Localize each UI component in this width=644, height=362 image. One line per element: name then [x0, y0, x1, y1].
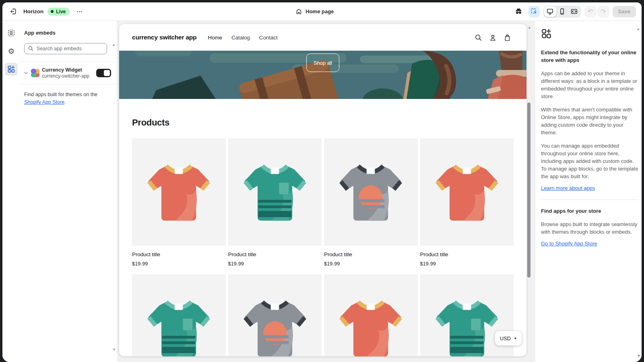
store-cart-button[interactable]	[504, 34, 511, 41]
window-scroll-down-icon[interactable]: ▼	[637, 354, 641, 358]
exit-editor-button[interactable]	[7, 6, 19, 17]
shopify-app-store-link[interactable]: Shopify App Store	[24, 99, 64, 105]
tshirt-teal-illustration	[240, 158, 310, 227]
app-blocks-icon	[541, 28, 635, 39]
page-selector-label: Home page	[305, 8, 334, 14]
undo-button[interactable]: ↶	[584, 6, 597, 17]
sidebar-icon-rail: ⚙	[2, 21, 20, 362]
panel-scroll-up-icon[interactable]: ▲	[112, 43, 116, 47]
product-title[interactable]: Product title	[420, 251, 514, 258]
product-image	[228, 274, 322, 356]
account-icon	[489, 34, 497, 41]
live-status-badge: Live	[47, 8, 70, 16]
product-image	[132, 274, 226, 356]
shop-all-button[interactable]: Shop all	[306, 53, 339, 72]
store-nav-catalog[interactable]: Catalog	[231, 35, 250, 41]
theme-settings-tab-button[interactable]: ⚙	[5, 45, 18, 58]
product-card[interactable]: Product title$19.99	[228, 274, 322, 356]
product-image	[132, 138, 226, 246]
embed-labels: Currency Widget currency-switcher-app	[42, 67, 94, 79]
find-apps-paragraph: Browse apps built to integrate seamlessl…	[541, 220, 638, 236]
sections-tab-button[interactable]	[5, 27, 18, 39]
store-account-button[interactable]	[489, 34, 497, 41]
mobile-icon	[558, 8, 566, 15]
live-dot-icon	[51, 10, 54, 13]
product-image	[228, 138, 322, 246]
chevron-down-icon[interactable]	[23, 70, 29, 76]
product-title[interactable]: Product title	[324, 251, 418, 258]
inspect-element-button[interactable]	[528, 6, 540, 17]
desktop-preview-button[interactable]	[544, 6, 556, 17]
store-search-button[interactable]	[475, 34, 482, 41]
product-title[interactable]: Product title	[132, 251, 226, 258]
topbar-right: ↶ ↷ Save	[513, 6, 642, 18]
embed-toggle[interactable]	[96, 69, 111, 77]
store-brand[interactable]: currency switcher app	[132, 34, 196, 41]
product-price: $19.99	[228, 261, 322, 267]
ellipsis-icon: •••	[77, 10, 83, 14]
store-nav-contact[interactable]: Contact	[259, 35, 278, 41]
panel-scroll-down-icon[interactable]: ▼	[112, 348, 116, 352]
right-info-panel: Extend the functionality of your online …	[535, 21, 642, 362]
product-card[interactable]: Product title$19.99	[132, 138, 226, 274]
app-embeds-tab-button[interactable]	[5, 63, 18, 76]
info-paragraph: Apps can be added to your theme in diffe…	[541, 70, 638, 100]
store-nav: Home Catalog Contact	[208, 35, 277, 41]
product-card[interactable]: Product title$19.99	[228, 138, 322, 274]
caret-down-icon: ▼	[514, 337, 517, 340]
learn-more-link[interactable]: Learn more about apps	[541, 185, 595, 191]
fullscreen-preview-button[interactable]	[568, 6, 580, 17]
find-apps-note: Find apps built for themes on the Shopif…	[20, 84, 117, 106]
tshirt-teal-illustration	[432, 294, 502, 357]
embed-app-handle: currency-switcher-app	[42, 73, 94, 79]
currency-code: USD	[500, 335, 511, 341]
currency-widget-app-icon	[31, 69, 39, 77]
go-to-app-store-link[interactable]: Go to Shopify App Store	[541, 241, 597, 247]
currency-selector[interactable]: USD ▼	[495, 331, 522, 346]
product-image	[420, 138, 514, 246]
tshirt-red-illustration	[144, 158, 213, 227]
app-embeds-icon	[7, 65, 15, 73]
product-meta: Product title$19.99	[420, 246, 514, 274]
product-title[interactable]: Product title	[228, 251, 322, 258]
tshirt-red-illustration	[336, 294, 405, 357]
divider	[541, 200, 638, 200]
product-price: $19.99	[420, 261, 514, 267]
tshirt-teal-illustration	[144, 294, 213, 357]
store-nav-home[interactable]: Home	[208, 35, 222, 41]
right-panel-scroll-up-icon[interactable]: ▲	[636, 27, 640, 31]
save-button[interactable]: Save	[613, 6, 636, 17]
find-apps-note-text: Find apps built for themes on the	[24, 92, 97, 97]
tshirt-gray-illustration	[336, 158, 405, 227]
product-grid: Product title$19.99 Product title$19.99 …	[132, 138, 514, 356]
product-price: $19.99	[132, 261, 226, 267]
fullscreen-icon	[570, 8, 578, 15]
gear-icon: ⚙	[8, 47, 14, 55]
product-card[interactable]: Product title$19.99	[420, 138, 514, 274]
product-card[interactable]: Product title$19.99	[324, 138, 418, 274]
mobile-preview-button[interactable]	[556, 6, 568, 17]
product-card[interactable]: Product title$19.99	[132, 274, 226, 356]
theme-options-button[interactable]: •••	[74, 6, 86, 17]
product-card[interactable]: Product title$19.99	[324, 274, 418, 356]
sections-icon	[7, 29, 15, 37]
page-selector-button[interactable]: Home page	[295, 8, 334, 15]
preview-workspace: currency switcher app Home Catalog Conta…	[117, 21, 535, 362]
info-paragraph: With themes that aren't compatible with …	[541, 106, 638, 136]
select-cursor-icon	[530, 8, 538, 15]
search-input[interactable]	[24, 43, 107, 54]
store-header: currency switcher app Home Catalog Conta…	[119, 24, 526, 51]
embed-row-currency-widget[interactable]: Currency Widget currency-switcher-app	[20, 62, 117, 84]
preview-scroll-up-icon[interactable]: ▲	[528, 26, 531, 29]
find-apps-heading: Find apps for your store	[541, 207, 637, 215]
search-box	[24, 43, 107, 54]
incognito-glasses-icon	[514, 7, 523, 16]
redo-button[interactable]: ↷	[597, 6, 609, 17]
preview-scrollbar-thumb[interactable]	[527, 103, 530, 278]
products-heading: Products	[132, 117, 514, 128]
product-image	[324, 138, 418, 246]
info-paragraph: You can manage apps embedded throughout …	[541, 142, 638, 180]
preview-incognito-button[interactable]	[513, 6, 525, 17]
right-panel-content: Extend the functionality of your online …	[535, 21, 642, 247]
exit-icon	[10, 8, 17, 15]
